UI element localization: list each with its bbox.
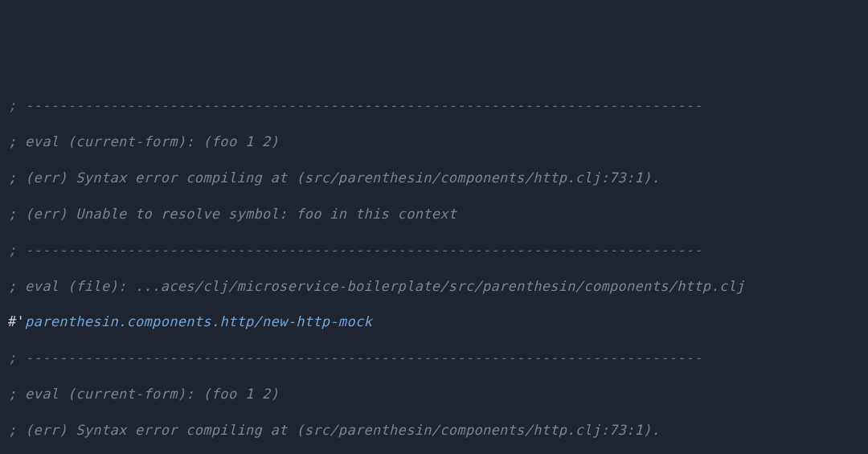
eval-result-var: #'parenthesin.components.http/new-http-m… xyxy=(8,313,860,330)
eval-error: ; (err) Syntax error compiling at (src/p… xyxy=(8,421,860,439)
var-hash: #' xyxy=(8,313,25,329)
eval-header: ; eval (current-form): (foo 1 2) xyxy=(8,385,860,403)
separator: ; --------------------------------------… xyxy=(8,96,860,114)
eval-header: ; eval (file): ...aces/clj/microservice-… xyxy=(8,277,860,295)
eval-error: ; (err) Syntax error compiling at (src/p… xyxy=(8,169,860,186)
separator: ; --------------------------------------… xyxy=(8,349,860,366)
eval-error: ; (err) Unable to resolve symbol: foo in… xyxy=(8,205,860,223)
var-symbol: parenthesin.components.http/new-http-moc… xyxy=(25,313,372,329)
separator: ; --------------------------------------… xyxy=(8,241,860,259)
repl-output: ; --------------------------------------… xyxy=(8,79,860,454)
eval-header: ; eval (current-form): (foo 1 2) xyxy=(8,133,860,150)
